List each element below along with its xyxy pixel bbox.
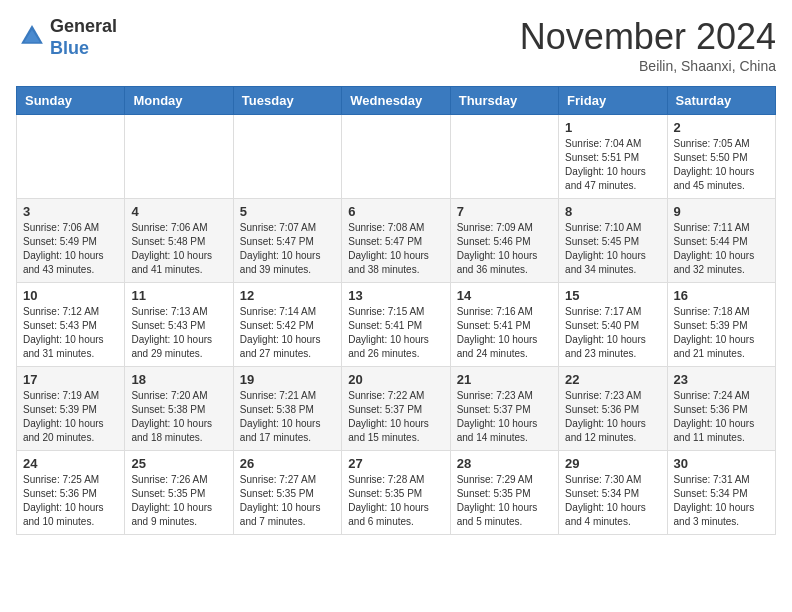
day-info: Sunrise: 7:19 AM Sunset: 5:39 PM Dayligh…	[23, 389, 118, 445]
day-cell: 17Sunrise: 7:19 AM Sunset: 5:39 PM Dayli…	[17, 367, 125, 451]
day-number: 10	[23, 288, 118, 303]
day-cell	[342, 115, 450, 199]
week-row-2: 3Sunrise: 7:06 AM Sunset: 5:49 PM Daylig…	[17, 199, 776, 283]
day-cell: 27Sunrise: 7:28 AM Sunset: 5:35 PM Dayli…	[342, 451, 450, 535]
day-number: 5	[240, 204, 335, 219]
day-info: Sunrise: 7:29 AM Sunset: 5:35 PM Dayligh…	[457, 473, 552, 529]
day-info: Sunrise: 7:27 AM Sunset: 5:35 PM Dayligh…	[240, 473, 335, 529]
day-number: 8	[565, 204, 660, 219]
day-cell: 20Sunrise: 7:22 AM Sunset: 5:37 PM Dayli…	[342, 367, 450, 451]
day-number: 18	[131, 372, 226, 387]
calendar-table: SundayMondayTuesdayWednesdayThursdayFrid…	[16, 86, 776, 535]
day-number: 12	[240, 288, 335, 303]
day-cell: 9Sunrise: 7:11 AM Sunset: 5:44 PM Daylig…	[667, 199, 775, 283]
day-number: 9	[674, 204, 769, 219]
week-row-4: 17Sunrise: 7:19 AM Sunset: 5:39 PM Dayli…	[17, 367, 776, 451]
day-number: 22	[565, 372, 660, 387]
day-info: Sunrise: 7:04 AM Sunset: 5:51 PM Dayligh…	[565, 137, 660, 193]
day-cell: 28Sunrise: 7:29 AM Sunset: 5:35 PM Dayli…	[450, 451, 558, 535]
day-number: 3	[23, 204, 118, 219]
day-info: Sunrise: 7:11 AM Sunset: 5:44 PM Dayligh…	[674, 221, 769, 277]
day-number: 14	[457, 288, 552, 303]
logo-general: General	[50, 16, 117, 36]
day-cell: 18Sunrise: 7:20 AM Sunset: 5:38 PM Dayli…	[125, 367, 233, 451]
day-info: Sunrise: 7:22 AM Sunset: 5:37 PM Dayligh…	[348, 389, 443, 445]
day-cell: 22Sunrise: 7:23 AM Sunset: 5:36 PM Dayli…	[559, 367, 667, 451]
day-cell	[450, 115, 558, 199]
weekday-header-row: SundayMondayTuesdayWednesdayThursdayFrid…	[17, 87, 776, 115]
day-number: 25	[131, 456, 226, 471]
weekday-header-saturday: Saturday	[667, 87, 775, 115]
day-cell: 6Sunrise: 7:08 AM Sunset: 5:47 PM Daylig…	[342, 199, 450, 283]
day-cell: 19Sunrise: 7:21 AM Sunset: 5:38 PM Dayli…	[233, 367, 341, 451]
day-info: Sunrise: 7:31 AM Sunset: 5:34 PM Dayligh…	[674, 473, 769, 529]
day-info: Sunrise: 7:06 AM Sunset: 5:48 PM Dayligh…	[131, 221, 226, 277]
day-cell: 3Sunrise: 7:06 AM Sunset: 5:49 PM Daylig…	[17, 199, 125, 283]
day-number: 28	[457, 456, 552, 471]
day-number: 19	[240, 372, 335, 387]
day-cell: 21Sunrise: 7:23 AM Sunset: 5:37 PM Dayli…	[450, 367, 558, 451]
logo-icon	[18, 22, 46, 50]
weekday-header-wednesday: Wednesday	[342, 87, 450, 115]
day-cell: 29Sunrise: 7:30 AM Sunset: 5:34 PM Dayli…	[559, 451, 667, 535]
day-info: Sunrise: 7:23 AM Sunset: 5:37 PM Dayligh…	[457, 389, 552, 445]
day-number: 6	[348, 204, 443, 219]
day-cell: 11Sunrise: 7:13 AM Sunset: 5:43 PM Dayli…	[125, 283, 233, 367]
day-info: Sunrise: 7:13 AM Sunset: 5:43 PM Dayligh…	[131, 305, 226, 361]
day-info: Sunrise: 7:09 AM Sunset: 5:46 PM Dayligh…	[457, 221, 552, 277]
day-cell: 7Sunrise: 7:09 AM Sunset: 5:46 PM Daylig…	[450, 199, 558, 283]
day-info: Sunrise: 7:12 AM Sunset: 5:43 PM Dayligh…	[23, 305, 118, 361]
day-info: Sunrise: 7:25 AM Sunset: 5:36 PM Dayligh…	[23, 473, 118, 529]
week-row-5: 24Sunrise: 7:25 AM Sunset: 5:36 PM Dayli…	[17, 451, 776, 535]
logo: General Blue	[16, 16, 117, 59]
day-cell	[17, 115, 125, 199]
day-cell: 1Sunrise: 7:04 AM Sunset: 5:51 PM Daylig…	[559, 115, 667, 199]
day-number: 7	[457, 204, 552, 219]
day-number: 20	[348, 372, 443, 387]
day-info: Sunrise: 7:05 AM Sunset: 5:50 PM Dayligh…	[674, 137, 769, 193]
day-info: Sunrise: 7:26 AM Sunset: 5:35 PM Dayligh…	[131, 473, 226, 529]
day-number: 15	[565, 288, 660, 303]
day-info: Sunrise: 7:15 AM Sunset: 5:41 PM Dayligh…	[348, 305, 443, 361]
day-cell: 10Sunrise: 7:12 AM Sunset: 5:43 PM Dayli…	[17, 283, 125, 367]
day-info: Sunrise: 7:18 AM Sunset: 5:39 PM Dayligh…	[674, 305, 769, 361]
day-info: Sunrise: 7:06 AM Sunset: 5:49 PM Dayligh…	[23, 221, 118, 277]
day-number: 30	[674, 456, 769, 471]
day-cell: 15Sunrise: 7:17 AM Sunset: 5:40 PM Dayli…	[559, 283, 667, 367]
day-cell: 16Sunrise: 7:18 AM Sunset: 5:39 PM Dayli…	[667, 283, 775, 367]
day-cell: 25Sunrise: 7:26 AM Sunset: 5:35 PM Dayli…	[125, 451, 233, 535]
day-cell: 12Sunrise: 7:14 AM Sunset: 5:42 PM Dayli…	[233, 283, 341, 367]
day-cell: 5Sunrise: 7:07 AM Sunset: 5:47 PM Daylig…	[233, 199, 341, 283]
day-cell: 26Sunrise: 7:27 AM Sunset: 5:35 PM Dayli…	[233, 451, 341, 535]
day-cell: 14Sunrise: 7:16 AM Sunset: 5:41 PM Dayli…	[450, 283, 558, 367]
day-info: Sunrise: 7:17 AM Sunset: 5:40 PM Dayligh…	[565, 305, 660, 361]
day-cell	[233, 115, 341, 199]
day-info: Sunrise: 7:08 AM Sunset: 5:47 PM Dayligh…	[348, 221, 443, 277]
day-cell: 2Sunrise: 7:05 AM Sunset: 5:50 PM Daylig…	[667, 115, 775, 199]
day-number: 26	[240, 456, 335, 471]
day-number: 21	[457, 372, 552, 387]
month-title: November 2024	[520, 16, 776, 58]
weekday-header-tuesday: Tuesday	[233, 87, 341, 115]
day-number: 2	[674, 120, 769, 135]
day-cell: 4Sunrise: 7:06 AM Sunset: 5:48 PM Daylig…	[125, 199, 233, 283]
day-number: 17	[23, 372, 118, 387]
location: Beilin, Shaanxi, China	[520, 58, 776, 74]
day-cell: 24Sunrise: 7:25 AM Sunset: 5:36 PM Dayli…	[17, 451, 125, 535]
week-row-3: 10Sunrise: 7:12 AM Sunset: 5:43 PM Dayli…	[17, 283, 776, 367]
day-number: 27	[348, 456, 443, 471]
day-info: Sunrise: 7:30 AM Sunset: 5:34 PM Dayligh…	[565, 473, 660, 529]
logo-text: General Blue	[50, 16, 117, 59]
day-info: Sunrise: 7:21 AM Sunset: 5:38 PM Dayligh…	[240, 389, 335, 445]
weekday-header-friday: Friday	[559, 87, 667, 115]
day-number: 24	[23, 456, 118, 471]
day-number: 13	[348, 288, 443, 303]
weekday-header-monday: Monday	[125, 87, 233, 115]
weekday-header-sunday: Sunday	[17, 87, 125, 115]
day-number: 29	[565, 456, 660, 471]
title-block: November 2024 Beilin, Shaanxi, China	[520, 16, 776, 74]
day-cell: 23Sunrise: 7:24 AM Sunset: 5:36 PM Dayli…	[667, 367, 775, 451]
day-number: 11	[131, 288, 226, 303]
day-info: Sunrise: 7:24 AM Sunset: 5:36 PM Dayligh…	[674, 389, 769, 445]
page-header: General Blue November 2024 Beilin, Shaan…	[16, 16, 776, 74]
